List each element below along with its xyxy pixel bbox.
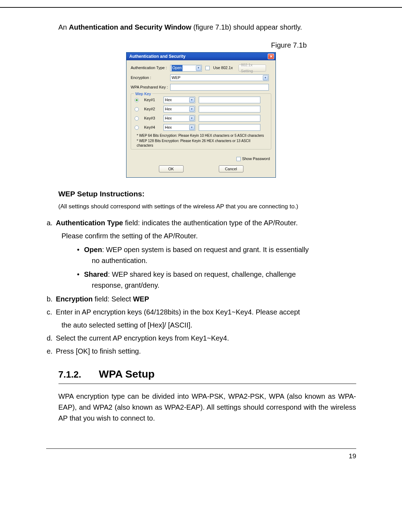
key2-radio[interactable] — [135, 107, 139, 111]
dialog-title: Authentication and Security — [129, 53, 185, 60]
step-c: Enter in AP encryption keys (64/128bits)… — [56, 308, 300, 316]
show-password-checkbox[interactable] — [236, 157, 241, 161]
section-heading: 7.1.2. WPA Setup — [58, 366, 356, 384]
wep-hint-128: * WEP 128 Bits Encryption: Please Keyin … — [137, 139, 267, 148]
key4-format-select[interactable]: Hex ▾ — [163, 124, 195, 131]
step-b-bold2: WEP — [133, 295, 149, 303]
key-format: Hex — [165, 106, 172, 112]
wep-key-legend: Wep Key — [134, 91, 152, 97]
key1-radio[interactable] — [135, 98, 139, 102]
intro-suffix: (figure 7.1b) should appear shortly. — [191, 23, 302, 31]
list-item: Shared: WEP shared key is based on reque… — [77, 269, 356, 291]
open-rest: : WEP open system is based on request an… — [102, 246, 309, 253]
use-8021x-checkbox[interactable] — [205, 66, 210, 70]
key1-input[interactable] — [199, 97, 260, 103]
key3-input[interactable] — [199, 115, 260, 122]
intro-prefix: An — [58, 23, 69, 31]
show-password-label: Show Password — [242, 156, 270, 162]
step-a-bold: Authentication Type — [56, 219, 123, 227]
wpa-paragraph: WPA encryption type can be divided into … — [46, 391, 356, 424]
encryption-select[interactable]: WEP ▾ — [170, 74, 269, 81]
open-bold: Open — [84, 246, 102, 253]
wep-hint-64: * WEP 64 Bits Encryption: Please Keyin 1… — [137, 133, 267, 138]
key-row: Key#3 Hex ▾ — [135, 115, 267, 122]
list-item: Encryption field: Select WEP — [54, 294, 356, 305]
encryption-label: Encryption : — [131, 75, 170, 81]
step-e: Press [OK] to finish setting. — [56, 347, 141, 355]
ok-button[interactable]: OK — [159, 165, 184, 172]
list-item: Enter in AP encryption keys (64/128bits)… — [54, 307, 356, 331]
list-item: Select the current AP encryption keys fr… — [54, 333, 356, 344]
step-d: Select the current AP encryption keys fr… — [56, 334, 229, 342]
wep-heading: WEP Setup Instructions: — [46, 188, 356, 200]
list-item: Authentication Type field: indicates the… — [54, 218, 356, 291]
page-number: 19 — [0, 452, 356, 460]
key4-radio[interactable] — [135, 126, 139, 130]
key2-format-select[interactable]: Hex ▾ — [163, 106, 195, 112]
auth-type-label: Authentication Type : — [131, 65, 170, 71]
step-b-mid: field: Select — [93, 295, 133, 303]
key-format: Hex — [165, 97, 172, 103]
key2-input[interactable] — [199, 106, 260, 112]
section-number: 7.1.2. — [58, 367, 81, 381]
8021x-setting-button: 802.1x Setting — [239, 65, 266, 72]
chevron-down-icon: ▾ — [189, 116, 194, 121]
open-line2: no authentication. — [84, 255, 356, 266]
auth-type-select[interactable]: Open ▾ — [170, 65, 202, 72]
intro-paragraph: An Authentication and Security Window (f… — [46, 22, 356, 33]
dialog-titlebar[interactable]: Authentication and Security ✕ — [126, 53, 276, 60]
wep-steps-list: Authentication Type field: indicates the… — [46, 218, 356, 357]
key4-input[interactable] — [199, 124, 260, 131]
shared-bold: Shared — [84, 270, 108, 278]
key-format: Hex — [165, 124, 172, 130]
chevron-down-icon: ▾ — [196, 66, 201, 71]
chevron-down-icon: ▾ — [189, 125, 194, 130]
wpa-psk-input[interactable] — [170, 84, 269, 91]
cancel-button[interactable]: Cancel — [219, 165, 243, 172]
chevron-down-icon: ▾ — [263, 75, 268, 80]
step-c-line2: the auto selected setting of [Hex]/ [ASC… — [56, 320, 356, 331]
step-a-line2: Please confirm the setting of the AP/Rou… — [56, 231, 356, 241]
list-item: Open: WEP open system is based on reques… — [77, 244, 356, 266]
key-label: Key#4 — [144, 124, 160, 130]
list-item: Press [OK] to finish setting. — [54, 346, 356, 357]
key-format: Hex — [165, 115, 172, 121]
key3-format-select[interactable]: Hex ▾ — [163, 115, 195, 122]
auth-type-value: Open — [172, 65, 183, 71]
key-row: Key#1 Hex ▾ — [135, 97, 267, 103]
shared-line2: response, grant/deny. — [84, 280, 356, 291]
key-label: Key#3 — [144, 115, 160, 121]
encryption-value: WEP — [172, 75, 180, 81]
key1-format-select[interactable]: Hex ▾ — [163, 97, 195, 103]
intro-bold: Authentication and Security Window — [69, 23, 192, 31]
chevron-down-icon: ▾ — [189, 97, 194, 103]
figure-caption: Figure 7.1b — [46, 40, 307, 51]
key-label: Key#1 — [144, 97, 160, 103]
section-title: WPA Setup — [99, 366, 155, 383]
wep-note: (All settings should correspond with set… — [46, 202, 356, 211]
shared-rest: : WEP shared key is based on request, ch… — [108, 270, 296, 278]
wpa-psk-label: WPA Preshared Key : — [131, 84, 170, 90]
top-rule — [0, 7, 402, 8]
chevron-down-icon: ▾ — [189, 106, 194, 112]
key3-radio[interactable] — [135, 116, 139, 121]
bottom-rule — [46, 448, 356, 449]
auth-security-dialog: Authentication and Security ✕ Authentica… — [126, 52, 276, 178]
key-row: Key#4 Hex ▾ — [135, 124, 267, 131]
use-8021x-label: Use 802.1x — [213, 65, 233, 71]
step-b-bold1: Encryption — [56, 295, 93, 303]
wep-key-group: Wep Key Key#1 Hex ▾ Key#2 — [131, 93, 271, 149]
key-row: Key#2 Hex ▾ — [135, 106, 267, 112]
close-icon[interactable]: ✕ — [268, 54, 274, 59]
step-a-rest: field: indicates the authentication type… — [123, 219, 298, 227]
key-label: Key#2 — [144, 106, 160, 112]
